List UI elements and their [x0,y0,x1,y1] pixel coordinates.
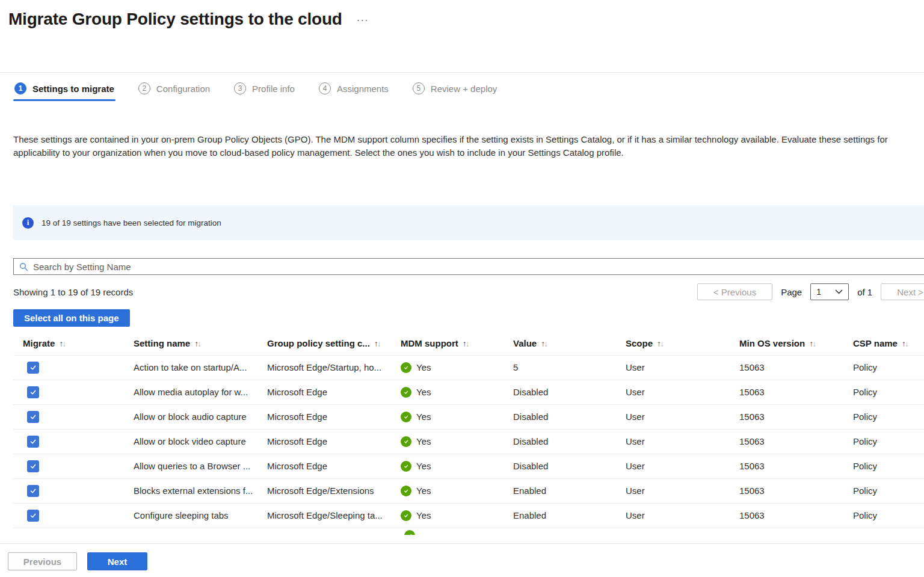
previous-page-button[interactable]: < Previous [697,283,772,300]
group-policy-cell: Microsoft Edge [267,429,401,454]
column-header[interactable]: Setting name↑↓ [134,332,267,355]
table-body: Action to take on startup/A... Microsoft… [13,355,924,528]
mdm-support-cell: Yes [416,387,431,397]
group-policy-cell: Microsoft Edge/Extensions [267,478,401,503]
migrate-checkbox[interactable] [27,436,39,448]
migrate-checkbox[interactable] [27,386,39,398]
setting-name-cell: Blocks external extensions f... [134,478,267,503]
migrate-checkbox[interactable] [27,485,39,497]
table-row: Allow media autoplay for w... Microsoft … [13,380,924,404]
csp-name-cell: Policy [853,380,924,404]
previous-step-button[interactable]: Previous [8,552,77,570]
info-icon: i [22,217,34,229]
table-header-row: Migrate↑↓ Setting name↑↓ Group policy se… [13,332,924,355]
migrate-checkbox[interactable] [27,460,39,472]
migrate-checkbox[interactable] [27,362,39,374]
step-label: Profile info [252,84,295,94]
select-all-button[interactable]: Select all on this page [13,309,130,327]
mdm-yes-icon [401,412,411,422]
wizard-step[interactable]: 5 Review + deploy [411,73,498,104]
value-cell: Disabled [513,404,626,429]
step-label: Review + deploy [431,84,497,94]
column-header-label: Setting name [134,338,190,348]
value-cell: 5 [513,355,626,380]
migrate-checkbox[interactable] [27,411,39,423]
search-input[interactable] [33,262,919,272]
sort-icon: ↑↓ [463,339,469,348]
wizard-step[interactable]: 4 Assignments [318,73,390,104]
wizard-step[interactable]: 1 Settings to migrate [13,73,116,104]
csp-name-cell: Policy [853,454,924,478]
column-header[interactable]: MDM support↑↓ [401,332,513,355]
scope-cell: User [626,503,739,528]
setting-name-cell: Allow queries to a Browser ... [134,454,267,478]
column-header[interactable]: Group policy setting c...↑↓ [267,332,401,355]
step-number-badge: 3 [234,82,246,94]
mdm-yes-icon [401,510,411,521]
value-cell: Disabled [513,429,626,454]
min-os-cell: 15063 [739,355,853,380]
scope-cell: User [626,404,739,429]
column-header[interactable]: CSP name↑↓ [853,332,924,355]
page-description: These settings are contained in your on-… [13,133,913,159]
next-step-button[interactable]: Next [87,552,147,570]
more-menu-icon[interactable]: ··· [357,14,369,26]
column-header[interactable]: Migrate↑↓ [13,332,134,355]
step-number-badge: 2 [138,82,150,94]
step-number-badge: 5 [413,82,425,94]
setting-name-cell: Configure sleeping tabs [134,503,267,528]
migrate-checkbox[interactable] [27,510,39,522]
setting-name-cell: Allow or block video capture [134,429,267,454]
value-cell: Disabled [513,380,626,404]
min-os-cell: 15063 [739,429,853,454]
table-row: Configure sleeping tabs Microsoft Edge/S… [13,503,924,528]
next-page-button[interactable]: Next > [881,283,924,300]
search-box [13,258,924,275]
scope-cell: User [626,454,739,478]
column-header-label: Min OS version [739,338,805,348]
csp-name-cell: Policy [853,503,924,528]
min-os-cell: 15063 [739,454,853,478]
column-header[interactable]: Scope↑↓ [626,332,739,355]
wizard-steps: 1 Settings to migrate 2 Configuration 3 … [0,73,924,104]
min-os-cell: 15063 [739,478,853,503]
mdm-support-cell: Yes [416,412,431,422]
mdm-yes-icon [401,461,411,472]
scope-cell: User [626,380,739,404]
clipped-table-row [13,528,924,535]
column-header-label: MDM support [401,338,458,348]
csp-name-cell: Policy [853,355,924,380]
page-count-label: of 1 [857,287,872,297]
info-banner: i 19 of 19 settings have been selected f… [13,205,924,240]
sort-icon: ↑↓ [59,339,65,348]
sort-icon: ↑↓ [194,339,200,348]
min-os-cell: 15063 [739,503,853,528]
page-header: Migrate Group Policy settings to the clo… [0,0,924,29]
wizard-step[interactable]: 2 Configuration [137,73,211,104]
min-os-cell: 15063 [739,380,853,404]
column-header[interactable]: Min OS version↑↓ [739,332,853,355]
group-policy-cell: Microsoft Edge/Sleeping ta... [267,503,401,528]
records-row: Showing 1 to 19 of 19 records < Previous… [13,283,924,300]
step-number-badge: 4 [319,82,331,94]
mdm-yes-icon [401,436,411,447]
page-number-select[interactable]: 1 [810,283,849,300]
sort-icon: ↑↓ [541,339,547,348]
column-header-label: Group policy setting c... [267,338,370,348]
column-header-label: Scope [626,338,653,348]
wizard-step[interactable]: 3 Profile info [233,73,296,104]
sort-icon: ↑↓ [374,339,380,348]
mdm-support-cell: Yes [416,461,431,471]
column-header[interactable]: Value↑↓ [513,332,626,355]
pagination: < Previous Page 1 of 1 Next > [697,283,924,300]
mdm-support-cell: Yes [416,510,431,520]
page-label: Page [781,287,802,297]
mdm-yes-icon [401,362,411,373]
group-policy-cell: Microsoft Edge [267,404,401,429]
value-cell: Enabled [513,478,626,503]
csp-name-cell: Policy [853,429,924,454]
min-os-cell: 15063 [739,404,853,429]
table-row: Blocks external extensions f... Microsof… [13,478,924,503]
search-icon [19,262,28,271]
step-number-badge: 1 [14,82,26,94]
